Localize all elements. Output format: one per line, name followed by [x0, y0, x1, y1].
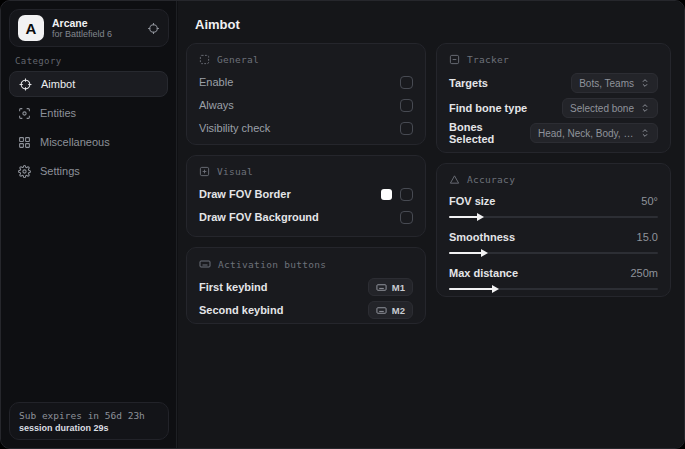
card-title: Tracker: [467, 54, 509, 65]
slider-fill: [449, 252, 482, 254]
chevron-up-down-icon: [640, 103, 650, 113]
slider-value: 250m: [630, 267, 658, 279]
keyboard-icon: [376, 282, 387, 293]
setting-row-enable: Enable: [199, 71, 413, 93]
setting-row-visibility-check: Visibility check: [199, 117, 413, 139]
scan-icon: [18, 107, 31, 120]
setting-label: Second keybind: [199, 304, 283, 316]
card-general-header: General: [199, 54, 413, 65]
reticle-icon[interactable]: [147, 22, 160, 35]
main-panel: Aimbot General Enable Always Visibili: [178, 1, 684, 448]
visibility-check-checkbox[interactable]: [400, 122, 413, 135]
setting-row-find-bone-type: Find bone type Selected bone: [449, 96, 658, 120]
app-title: Arcane: [52, 17, 139, 29]
session-duration-text: session duration 29s: [19, 423, 159, 433]
first-keybind-button[interactable]: M1: [368, 278, 413, 296]
slider-fov-size: FOV size 50°: [449, 191, 658, 218]
setting-label: Find bone type: [449, 102, 527, 114]
grid-icon: [18, 136, 31, 149]
setting-label: Bones Selected: [449, 121, 530, 145]
keybind-value: M1: [392, 282, 405, 293]
card-activation-buttons: Activation buttons First keybind M1 Seco…: [186, 247, 426, 324]
slider-value: 15.0: [637, 231, 658, 243]
crosshair-icon: [19, 78, 32, 91]
chevron-up-down-icon: [640, 128, 650, 138]
setting-row-draw-fov-border: Draw FOV Border: [199, 183, 413, 205]
tracker-icon: [449, 54, 460, 65]
draw-fov-background-checkbox[interactable]: [400, 211, 413, 224]
sidebar-item-miscellaneous[interactable]: Miscellaneous: [9, 129, 168, 155]
gear-icon: [18, 165, 31, 178]
setting-label: Draw FOV Background: [199, 211, 319, 223]
setting-row-always: Always: [199, 94, 413, 116]
logo-text: Arcane for Battlefield 6: [52, 17, 139, 39]
setting-row-bones-selected: Bones Selected Head, Neck, Body, Pe..: [449, 121, 658, 145]
setting-label: Targets: [449, 77, 488, 89]
draw-fov-border-checkbox[interactable]: [400, 188, 413, 201]
app-logo: A: [18, 15, 44, 41]
fov-size-slider[interactable]: [449, 216, 658, 218]
card-title: General: [217, 54, 259, 65]
setting-row-targets: Targets Bots, Teams: [449, 71, 658, 95]
bones-selected-dropdown[interactable]: Head, Neck, Body, Pe..: [530, 123, 658, 143]
sub-expiry-text: Sub expires in 56d 23h: [19, 410, 159, 421]
setting-row-second-keybind: Second keybind M2: [199, 299, 413, 321]
setting-row-draw-fov-background: Draw FOV Background: [199, 206, 413, 228]
card-visual: Visual Draw FOV Border Draw FOV Backgrou…: [186, 155, 426, 237]
find-bone-type-dropdown[interactable]: Selected bone: [562, 98, 658, 118]
subscription-status: Sub expires in 56d 23h session duration …: [9, 402, 169, 440]
category-label: Category: [15, 56, 62, 66]
setting-label: Visibility check: [199, 122, 270, 134]
sidebar-item-label: Miscellaneous: [40, 136, 110, 148]
slider-fill: [449, 216, 478, 218]
card-tracker-header: Tracker: [449, 54, 658, 65]
enable-checkbox[interactable]: [400, 76, 413, 89]
max-distance-slider[interactable]: [449, 288, 658, 290]
color-swatch[interactable]: [381, 189, 392, 200]
slider-label: Smoothness: [449, 231, 515, 243]
dropdown-value: Bots, Teams: [579, 78, 634, 89]
layers-icon: [199, 166, 210, 177]
app-window: A Arcane for Battlefield 6 Category Aimb…: [0, 0, 685, 449]
keyboard-icon: [376, 305, 387, 316]
slider-max-distance: Max distance 250m: [449, 263, 658, 290]
card-tracker: Tracker Targets Bots, Teams Find bone ty…: [436, 43, 671, 153]
sidebar-item-aimbot[interactable]: Aimbot: [9, 71, 168, 97]
sidebar: A Arcane for Battlefield 6 Category Aimb…: [1, 1, 177, 448]
second-keybind-button[interactable]: M2: [368, 301, 413, 319]
dropdown-value: Head, Neck, Body, Pe..: [538, 128, 634, 139]
page-title: Aimbot: [195, 17, 240, 32]
card-accuracy: Accuracy FOV size 50° Smoothness 15.0: [436, 163, 671, 297]
slider-value: 50°: [641, 195, 658, 207]
card-title: Visual: [217, 166, 253, 177]
focus-icon: [199, 54, 210, 65]
slider-label: FOV size: [449, 195, 495, 207]
logo-card: A Arcane for Battlefield 6: [9, 9, 169, 47]
sidebar-item-settings[interactable]: Settings: [9, 158, 168, 184]
sidebar-item-label: Entities: [40, 107, 76, 119]
slider-fill: [449, 288, 493, 290]
triangle-icon: [449, 174, 460, 185]
sidebar-nav: Aimbot Entities Miscellaneous: [9, 71, 168, 187]
keybind-value: M2: [392, 305, 405, 316]
targets-dropdown[interactable]: Bots, Teams: [571, 73, 658, 93]
slider-smoothness: Smoothness 15.0: [449, 227, 658, 254]
keyboard-icon: [199, 258, 211, 270]
sidebar-item-entities[interactable]: Entities: [9, 100, 168, 126]
app-subtitle: for Battlefield 6: [52, 29, 139, 39]
setting-label: Always: [199, 99, 234, 111]
card-title: Activation buttons: [218, 259, 326, 270]
card-general: General Enable Always Visibility check: [186, 43, 426, 145]
chevron-up-down-icon: [640, 78, 650, 88]
card-title: Accuracy: [467, 174, 515, 185]
sidebar-item-label: Aimbot: [41, 78, 75, 90]
card-visual-header: Visual: [199, 166, 413, 177]
card-activation-header: Activation buttons: [199, 258, 413, 270]
setting-label: Enable: [199, 76, 233, 88]
slider-label: Max distance: [449, 267, 518, 279]
setting-label: First keybind: [199, 281, 267, 293]
smoothness-slider[interactable]: [449, 252, 658, 254]
setting-label: Draw FOV Border: [199, 188, 291, 200]
sidebar-item-label: Settings: [40, 165, 80, 177]
always-checkbox[interactable]: [400, 99, 413, 112]
